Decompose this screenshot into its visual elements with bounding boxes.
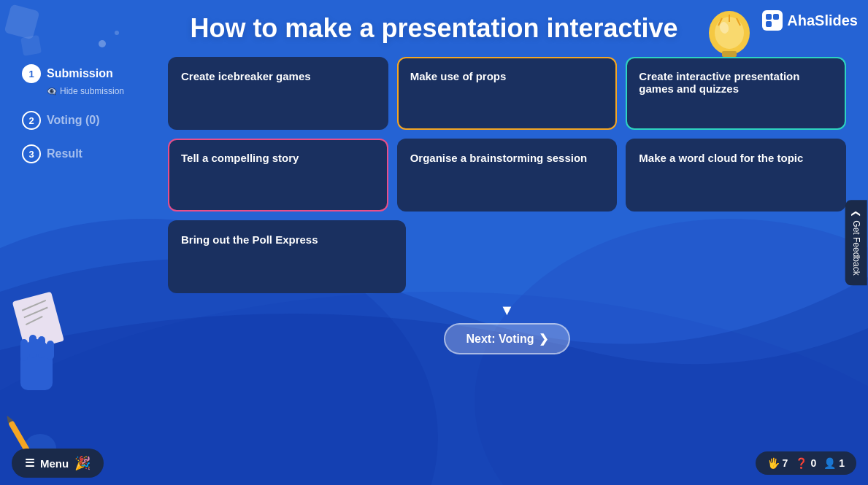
svg-rect-30 bbox=[773, 14, 779, 20]
sidebar-step-3: 3 Result bbox=[22, 144, 153, 163]
eye-icon: 👁‍🗨 bbox=[47, 87, 57, 96]
card-brainstorm[interactable]: Organise a brainstorming session bbox=[397, 139, 618, 212]
step-1-circle: 1 bbox=[22, 64, 41, 83]
step-2-label: Voting (0) bbox=[47, 114, 100, 127]
logo-icon bbox=[762, 10, 783, 31]
feedback-arrow: ❮ bbox=[850, 210, 861, 217]
card-story[interactable]: Tell a compelling story bbox=[168, 139, 388, 212]
cards-row-1: Create icebreaker games Make use of prop… bbox=[168, 57, 846, 130]
sidebar-step-2: 2 Voting (0) bbox=[22, 111, 153, 130]
question-stat: ❓ 0 bbox=[795, 457, 816, 469]
main-container: 1 Submission 👁‍🗨 Hide submission 2 Votin… bbox=[0, 50, 868, 469]
cards-area: Create icebreaker games Make use of prop… bbox=[161, 50, 853, 469]
cards-row-3: Bring out the Poll Express bbox=[168, 220, 846, 293]
feedback-tab[interactable]: ❮ Get Feedback bbox=[845, 200, 867, 285]
svg-rect-31 bbox=[766, 21, 772, 27]
sidebar: 1 Submission 👁‍🗨 Hide submission 2 Votin… bbox=[15, 50, 161, 469]
next-button-container: Next: Voting ❯ bbox=[168, 323, 846, 354]
step-1-label: Submission bbox=[47, 67, 113, 80]
card-wordcloud[interactable]: Make a word cloud for the topic bbox=[626, 139, 846, 212]
step-2-circle: 2 bbox=[22, 111, 41, 130]
logo-text: AhaSlides bbox=[787, 12, 858, 29]
cards-row-2: Tell a compelling story Organise a brain… bbox=[168, 139, 846, 212]
celebrate-icon: 🎉 bbox=[74, 455, 91, 471]
person-icon: 👤 bbox=[823, 457, 836, 469]
bottom-bar: ☰ Menu 🎉 🖐 7 ❓ 0 👤 1 bbox=[0, 441, 868, 485]
hand-raise-stat: 🖐 7 bbox=[767, 457, 788, 469]
card-interactive[interactable]: Create interactive presentation games an… bbox=[626, 57, 846, 130]
header: How to make a presentation interactive A… bbox=[0, 0, 868, 50]
bottom-right-stats: 🖐 7 ❓ 0 👤 1 bbox=[756, 451, 856, 475]
sidebar-step-1: 1 Submission 👁‍🗨 Hide submission bbox=[22, 64, 153, 96]
card-icebreaker[interactable]: Create icebreaker games bbox=[168, 57, 388, 130]
step-3-label: Result bbox=[47, 147, 82, 160]
logo: AhaSlides bbox=[762, 10, 858, 31]
hand-icon: 🖐 bbox=[767, 457, 780, 469]
hide-submission-link[interactable]: 👁‍🗨 Hide submission bbox=[47, 86, 153, 96]
card-poll-express[interactable]: Bring out the Poll Express bbox=[168, 220, 406, 293]
question-icon: ❓ bbox=[795, 457, 807, 469]
page-title: How to make a presentation interactive bbox=[190, 13, 677, 44]
menu-button[interactable]: ☰ Menu 🎉 bbox=[12, 449, 104, 478]
scroll-down-indicator: ▼ bbox=[168, 302, 846, 319]
svg-rect-29 bbox=[766, 14, 772, 20]
card-props[interactable]: Make use of props bbox=[397, 57, 618, 130]
next-voting-button[interactable]: Next: Voting ❯ bbox=[444, 323, 569, 354]
feedback-label: Get Feedback bbox=[850, 220, 861, 275]
step-3-circle: 3 bbox=[22, 144, 41, 163]
person-stat: 👤 1 bbox=[823, 457, 845, 469]
voting-count: (0) bbox=[85, 114, 100, 126]
hamburger-icon: ☰ bbox=[25, 457, 34, 470]
